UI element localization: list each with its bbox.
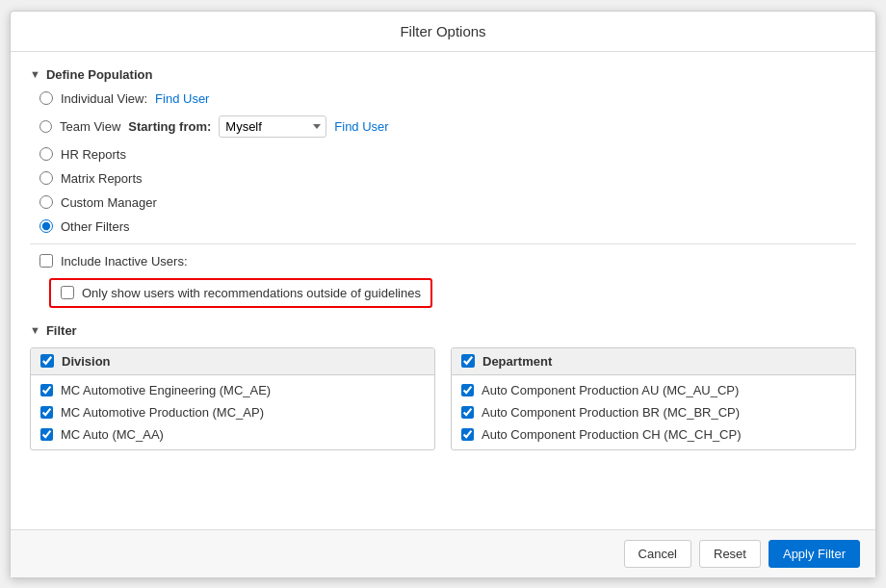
matrix-reports-label: Matrix Reports — [61, 171, 143, 186]
other-filters-label: Other Filters — [61, 219, 130, 234]
hr-reports-label: HR Reports — [61, 147, 126, 162]
department-item-label: Auto Component Production BR (MC_BR_CP) — [482, 405, 740, 420]
team-find-user-link[interactable]: Find User — [334, 119, 388, 134]
team-view-radio[interactable] — [39, 120, 52, 133]
define-population-header: ▼ Define Population — [30, 67, 856, 82]
include-inactive-row: Include Inactive Users: — [30, 254, 856, 268]
apply-filter-button[interactable]: Apply Filter — [769, 540, 860, 568]
individual-view-row: Individual View: Find User — [39, 91, 856, 106]
list-item: Auto Component Production BR (MC_BR_CP) — [452, 401, 855, 423]
department-item-label: Auto Component Production CH (MC_CH_CP) — [482, 427, 742, 442]
define-population-label: Define Population — [46, 67, 153, 82]
team-view-label: Team View — [60, 119, 120, 134]
division-item-label: MC Automotive Production (MC_AP) — [61, 405, 264, 420]
division-column: Division MC Automotive Engineering (MC_A… — [30, 347, 435, 450]
department-item-checkbox[interactable] — [461, 406, 474, 419]
starting-from-dropdown[interactable]: Myself Direct Reports All Reports — [219, 115, 326, 138]
department-column: Department Auto Component Production AU … — [451, 347, 856, 450]
filter-chevron-icon: ▼ — [30, 324, 40, 336]
starting-from-label: Starting from: — [128, 119, 211, 134]
custom-manager-label: Custom Manager — [61, 195, 157, 210]
filter-options-modal: Filter Options ▼ Define Population Indiv… — [10, 11, 876, 578]
department-item-label: Auto Component Production AU (MC_AU_CP) — [482, 383, 739, 397]
division-header-checkbox[interactable] — [40, 354, 54, 368]
include-inactive-checkbox[interactable] — [39, 254, 53, 268]
department-items-list: Auto Component Production AU (MC_AU_CP) … — [452, 375, 855, 449]
chevron-down-icon: ▼ — [30, 68, 40, 80]
modal-title-text: Filter Options — [400, 23, 485, 39]
matrix-reports-radio[interactable] — [39, 171, 53, 185]
other-filters-row: Other Filters — [39, 219, 856, 234]
division-item-checkbox[interactable] — [40, 384, 53, 396]
division-item-label: MC Auto (MC_AA) — [61, 427, 164, 442]
filter-header: ▼ Filter — [30, 323, 856, 338]
modal-footer: Cancel Reset Apply Filter — [11, 529, 875, 577]
reset-button[interactable]: Reset — [699, 540, 761, 568]
division-items-list: MC Automotive Engineering (MC_AE) MC Aut… — [31, 375, 434, 449]
list-item: Auto Component Production AU (MC_AU_CP) — [452, 379, 855, 401]
outside-guidelines-box: Only show users with recommendations out… — [49, 278, 432, 308]
filter-section: ▼ Filter Division MC Automotive Engineer… — [30, 323, 856, 450]
hr-reports-row: HR Reports — [39, 147, 856, 162]
department-item-checkbox[interactable] — [461, 384, 474, 396]
department-item-checkbox[interactable] — [461, 428, 474, 441]
individual-find-user-link[interactable]: Find User — [155, 91, 209, 106]
individual-view-label: Individual View: — [61, 91, 147, 106]
custom-manager-radio[interactable] — [39, 195, 53, 209]
outside-guidelines-checkbox[interactable] — [61, 286, 74, 299]
outside-guidelines-container: Only show users with recommendations out… — [30, 278, 856, 308]
modal-title: Filter Options — [11, 12, 875, 52]
define-population-section: ▼ Define Population Individual View: Fin… — [30, 67, 856, 308]
individual-view-radio[interactable] — [39, 91, 53, 105]
custom-manager-row: Custom Manager — [39, 195, 856, 210]
division-header: Division — [31, 348, 434, 375]
division-item-checkbox[interactable] — [40, 406, 53, 419]
matrix-reports-row: Matrix Reports — [39, 171, 856, 186]
division-item-label: MC Automotive Engineering (MC_AE) — [61, 383, 271, 397]
department-header-checkbox[interactable] — [461, 354, 475, 368]
list-item: MC Automotive Engineering (MC_AE) — [31, 379, 434, 401]
cancel-button[interactable]: Cancel — [624, 540, 691, 568]
population-radio-group: Individual View: Find User Team View Sta… — [30, 91, 856, 234]
other-filters-radio[interactable] — [39, 219, 53, 233]
team-view-row: Team View Starting from: Myself Direct R… — [39, 115, 856, 138]
list-item: MC Automotive Production (MC_AP) — [31, 401, 434, 423]
outside-guidelines-label: Only show users with recommendations out… — [82, 286, 421, 300]
department-header: Department — [452, 348, 855, 375]
modal-body: ▼ Define Population Individual View: Fin… — [11, 52, 875, 529]
filter-label: Filter — [46, 323, 77, 338]
divider — [30, 243, 856, 244]
filter-columns: Division MC Automotive Engineering (MC_A… — [30, 347, 856, 450]
include-inactive-label: Include Inactive Users: — [61, 254, 188, 268]
list-item: MC Auto (MC_AA) — [31, 423, 434, 446]
division-header-label: Division — [62, 354, 111, 369]
division-item-checkbox[interactable] — [40, 428, 53, 441]
hr-reports-radio[interactable] — [39, 147, 53, 161]
list-item: Auto Component Production CH (MC_CH_CP) — [452, 423, 855, 446]
department-header-label: Department — [482, 354, 552, 369]
